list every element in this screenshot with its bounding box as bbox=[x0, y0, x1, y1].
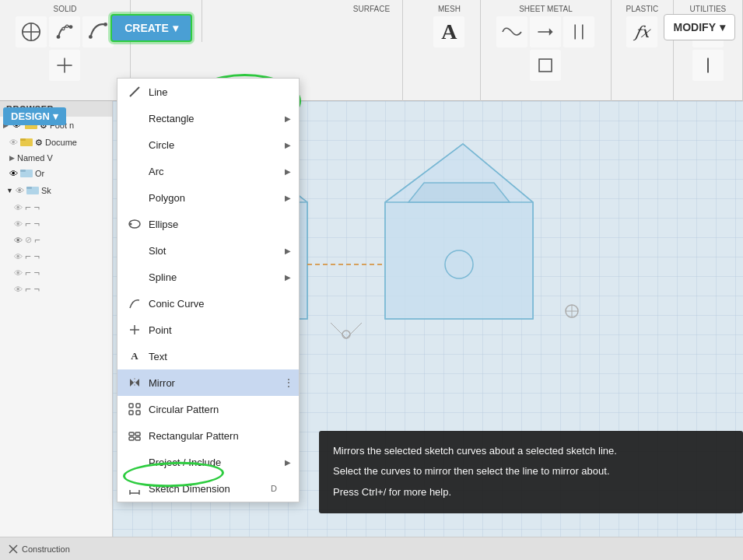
menu-rectangular-label: Rectangular Pattern bbox=[149, 430, 239, 442]
triangle-icon-sk: ▼ bbox=[6, 187, 13, 194]
menu-item-project[interactable]: Project / Include ▶ bbox=[117, 449, 299, 475]
sm-icon-3[interactable] bbox=[563, 16, 594, 47]
bracket-icon-sub2: ⌐ bbox=[25, 218, 31, 229]
eye-icon-sub6[interactable]: 👁 bbox=[14, 285, 23, 294]
bottom-bar: Construction bbox=[0, 537, 743, 560]
sm-icon-2[interactable] bbox=[530, 16, 561, 47]
folder-icon-sk bbox=[26, 184, 39, 197]
svg-marker-12 bbox=[549, 28, 553, 36]
modify-label: MODIFY bbox=[674, 21, 716, 33]
sidebar-item-doc-text: Docume bbox=[45, 138, 77, 147]
mirror-tooltip: Mirrors the selected sketch curves about… bbox=[319, 431, 743, 513]
point-icon bbox=[127, 322, 142, 338]
spline-arrow: ▶ bbox=[285, 273, 291, 282]
menu-item-arc[interactable]: Arc ▶ bbox=[117, 158, 299, 184]
eye-icon-sub4[interactable]: 👁 bbox=[14, 252, 23, 261]
gear-icon-doc[interactable]: ⚙ bbox=[35, 138, 43, 148]
svg-rect-61 bbox=[135, 437, 140, 440]
menu-item-text[interactable]: A Text bbox=[117, 343, 299, 369]
menu-item-circular[interactable]: Circular Pattern bbox=[117, 396, 299, 422]
sidebar-item-or[interactable]: 👁 Or bbox=[0, 165, 112, 182]
eye-icon-sub2[interactable]: 👁 bbox=[14, 219, 23, 229]
sidebar-subitem-1[interactable]: 👁 ⌐ ¬ bbox=[0, 199, 112, 215]
dimension-icon bbox=[127, 481, 142, 496]
design-button[interactable]: DESIGN ▾ bbox=[3, 107, 66, 125]
sidebar-subitem-3[interactable]: 👁 ⊘ ⌐ bbox=[0, 232, 112, 248]
menu-item-mirror[interactable]: Mirror ⋮ bbox=[117, 369, 299, 396]
menu-item-circle[interactable]: Circle ▶ bbox=[117, 131, 299, 158]
svg-line-42 bbox=[346, 323, 362, 338]
eye-icon-doc[interactable]: 👁 bbox=[9, 138, 18, 147]
arc-icon bbox=[127, 163, 142, 179]
bracket2-icon-sub6: ¬ bbox=[34, 283, 40, 295]
create-button[interactable]: CREATE ▾ bbox=[110, 14, 192, 42]
pl-icon-fx[interactable]: 𝑓𝑥 bbox=[626, 16, 657, 47]
mirror-dots: ⋮ bbox=[283, 376, 294, 389]
section-surface: SURFACE bbox=[341, 0, 403, 101]
surface-label: SURFACE bbox=[353, 5, 390, 13]
modify-section: MODIFY ▾ bbox=[656, 0, 743, 40]
menu-circular-label: Circular Pattern bbox=[149, 404, 219, 415]
bracket2-icon-sub4: ¬ bbox=[34, 250, 40, 262]
menu-project-label: Project / Include bbox=[149, 457, 221, 468]
section-solid: SOLID CREATE ▾ bbox=[0, 0, 131, 101]
eye-icon-sk[interactable]: 👁 bbox=[16, 186, 24, 195]
construction-icon bbox=[8, 544, 19, 555]
sm-icon-4[interactable] bbox=[530, 50, 561, 81]
sidebar-subitem-2[interactable]: 👁 ⌐ ¬ bbox=[0, 215, 112, 232]
menu-item-ellipse[interactable]: Ellipse bbox=[117, 211, 299, 237]
sidebar-item-named[interactable]: ▶ Named V bbox=[0, 151, 112, 165]
circle-icon bbox=[127, 137, 142, 152]
bracket2-icon-sub5: ¬ bbox=[34, 267, 40, 278]
sidebar-item-sk[interactable]: ▼ 👁 Sk bbox=[0, 182, 112, 199]
design-arrow: ▾ bbox=[53, 110, 58, 122]
sidebar-subitem-5[interactable]: 👁 ⌐ ¬ bbox=[0, 264, 112, 281]
folder-icon-doc bbox=[20, 136, 33, 149]
arc-arrow: ▶ bbox=[285, 167, 291, 176]
bottom-construction[interactable]: Construction bbox=[8, 544, 70, 555]
eye-icon-sub5[interactable]: 👁 bbox=[14, 268, 23, 278]
menu-item-rectangle[interactable]: Rectangle ▶ bbox=[117, 105, 299, 131]
menu-item-conic[interactable]: Conic Curve bbox=[117, 290, 299, 317]
mesh-icon-text[interactable]: A bbox=[433, 16, 464, 47]
sm-icon-1[interactable] bbox=[496, 16, 527, 47]
rectangular-icon bbox=[127, 428, 142, 443]
svg-marker-37 bbox=[408, 183, 510, 202]
menu-item-spline[interactable]: Spline ▶ bbox=[117, 264, 299, 290]
project-icon bbox=[127, 454, 142, 470]
bracket2-icon-sub1: ¬ bbox=[34, 201, 40, 213]
eye-icon-sub1[interactable]: 👁 bbox=[14, 203, 23, 212]
create-dropdown: Line Rectangle ▶ Circle ▶ Arc ▶ Polygon … bbox=[117, 78, 300, 502]
modify-button[interactable]: MODIFY ▾ bbox=[664, 14, 735, 40]
text-icon: A bbox=[127, 348, 142, 364]
sidebar-subitem-6[interactable]: 👁 ⌐ ¬ bbox=[0, 281, 112, 297]
spline-icon bbox=[127, 269, 142, 285]
bracket-icon-sub3: ⌐ bbox=[34, 234, 40, 246]
solid-icon-2[interactable] bbox=[49, 16, 80, 47]
menu-item-polygon[interactable]: Polygon ▶ bbox=[117, 184, 299, 211]
solid-icon-4[interactable] bbox=[49, 50, 80, 81]
svg-point-5 bbox=[62, 27, 65, 30]
sidebar-subitem-4[interactable]: 👁 ⌐ ¬ bbox=[0, 248, 112, 264]
svg-rect-22 bbox=[20, 138, 26, 141]
menu-polygon-label: Polygon bbox=[149, 192, 185, 204]
solid-icon-1[interactable] bbox=[16, 16, 47, 47]
svg-rect-15 bbox=[539, 59, 552, 72]
svg-rect-59 bbox=[135, 432, 140, 436]
menu-item-point[interactable]: Point bbox=[117, 317, 299, 343]
toolbar: SOLID CREATE ▾ bbox=[0, 0, 743, 101]
menu-item-dimension[interactable]: Sketch Dimension D bbox=[117, 475, 299, 502]
eye-icon-sub3[interactable]: 👁 bbox=[14, 236, 23, 245]
menu-spline-label: Spline bbox=[149, 271, 177, 283]
slot-arrow: ▶ bbox=[285, 247, 291, 255]
menu-item-slot[interactable]: Slot ▶ bbox=[117, 237, 299, 264]
menu-arc-label: Arc bbox=[149, 166, 164, 177]
tooltip-line2: Select the curves to mirror then select … bbox=[333, 464, 729, 480]
svg-rect-26 bbox=[26, 187, 32, 189]
sidebar-item-doc[interactable]: 👁 ⚙ Docume bbox=[0, 134, 112, 151]
menu-item-rectangular[interactable]: Rectangular Pattern bbox=[117, 422, 299, 449]
menu-mirror-label: Mirror bbox=[149, 377, 175, 389]
util-icon-2[interactable] bbox=[692, 50, 724, 81]
menu-item-line[interactable]: Line bbox=[117, 79, 299, 105]
eye-icon-or[interactable]: 👁 bbox=[9, 169, 18, 178]
